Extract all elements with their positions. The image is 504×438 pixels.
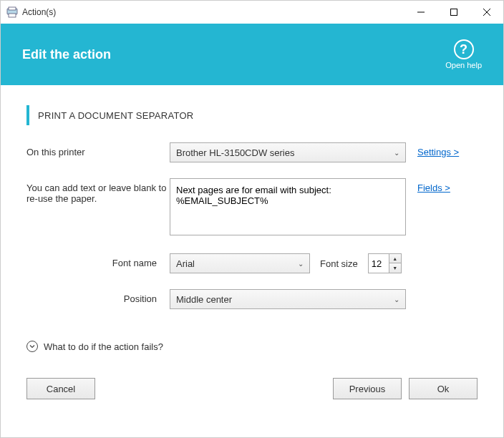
text-label: You can add text or leave blank to re-us… bbox=[26, 178, 170, 204]
header-title: Edit the action bbox=[22, 47, 445, 62]
header: Edit the action ? Open help bbox=[1, 24, 503, 85]
content: PRINT A DOCUMENT SEPARATOR On this print… bbox=[1, 85, 503, 365]
chevron-down-icon: ⌄ bbox=[298, 260, 304, 268]
printer-value: Brother HL-3150CDW series bbox=[176, 147, 294, 158]
window-controls bbox=[404, 1, 503, 24]
chevron-down-icon: ⌄ bbox=[394, 149, 399, 157]
font-name-select[interactable]: Arial ⌄ bbox=[170, 253, 310, 273]
printer-label: On this printer bbox=[26, 142, 170, 157]
chevron-down-circle-icon bbox=[26, 341, 38, 352]
section-title: PRINT A DOCUMENT SEPARATOR bbox=[38, 110, 194, 121]
open-help-button[interactable]: ? Open help bbox=[445, 39, 482, 69]
svg-line-6 bbox=[483, 9, 490, 16]
cancel-button[interactable]: Cancel bbox=[26, 378, 95, 399]
app-icon bbox=[6, 6, 18, 18]
ok-button[interactable]: Ok bbox=[409, 378, 478, 399]
font-size-label: Font size bbox=[320, 258, 358, 269]
font-size-stepper[interactable]: ▲ ▼ bbox=[368, 253, 402, 273]
previous-button[interactable]: Previous bbox=[333, 378, 402, 399]
window-title: Action(s) bbox=[22, 7, 404, 17]
position-select[interactable]: Middle center ⌄ bbox=[170, 289, 406, 309]
help-label: Open help bbox=[445, 61, 482, 69]
titlebar: Action(s) bbox=[1, 1, 503, 24]
font-name-label: Font name bbox=[26, 253, 170, 268]
separator-text-input[interactable]: Next pages are for email with subject: %… bbox=[170, 178, 406, 235]
footer: Cancel Previous Ok bbox=[1, 365, 503, 399]
svg-rect-4 bbox=[451, 9, 457, 16]
font-size-down-button[interactable]: ▼ bbox=[389, 263, 401, 273]
help-icon: ? bbox=[454, 39, 474, 59]
position-label: Position bbox=[26, 289, 170, 304]
settings-link[interactable]: Settings > bbox=[417, 147, 459, 157]
svg-rect-1 bbox=[9, 7, 16, 10]
failure-expander[interactable]: What to do if the action fails? bbox=[26, 341, 478, 352]
printer-select[interactable]: Brother HL-3150CDW series ⌄ bbox=[170, 142, 406, 162]
fields-link[interactable]: Fields > bbox=[417, 182, 450, 193]
font-name-value: Arial bbox=[176, 258, 195, 269]
close-button[interactable] bbox=[470, 1, 503, 24]
chevron-down-icon: ⌄ bbox=[394, 296, 399, 303]
font-size-up-button[interactable]: ▲ bbox=[389, 254, 401, 263]
accent-bar bbox=[26, 105, 29, 125]
minimize-button[interactable] bbox=[404, 1, 437, 24]
failure-expander-label: What to do if the action fails? bbox=[44, 341, 163, 352]
maximize-button[interactable] bbox=[437, 1, 470, 24]
svg-rect-2 bbox=[9, 14, 16, 17]
font-size-input[interactable] bbox=[368, 253, 389, 273]
section-heading: PRINT A DOCUMENT SEPARATOR bbox=[26, 105, 478, 125]
position-value: Middle center bbox=[176, 294, 232, 305]
svg-line-5 bbox=[483, 9, 490, 16]
